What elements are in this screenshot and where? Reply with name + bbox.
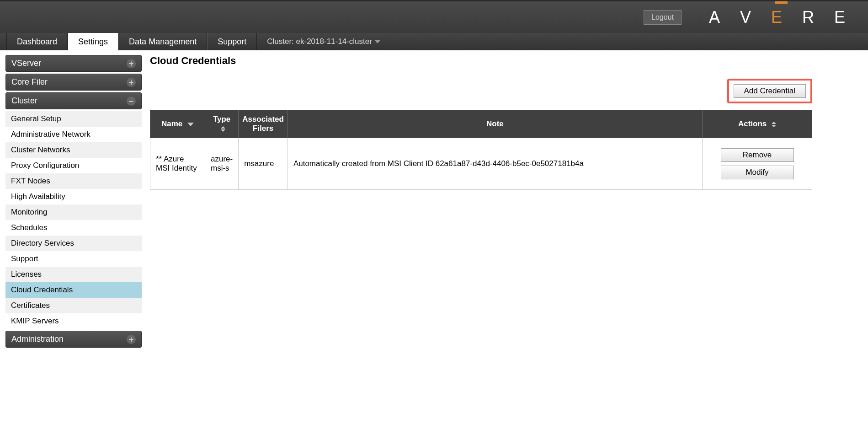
plus-icon: + bbox=[127, 335, 136, 344]
credentials-table: Name Type Associated Filers Note Actio bbox=[150, 110, 812, 190]
modify-button[interactable]: Modify bbox=[721, 166, 794, 179]
plus-icon: + bbox=[127, 59, 136, 68]
sidebar-section-cluster[interactable]: Cluster – bbox=[5, 92, 142, 109]
sidebar-section-vserver[interactable]: VServer + bbox=[5, 55, 142, 72]
plus-icon: + bbox=[127, 78, 136, 87]
cluster-dropdown[interactable]: Cluster: ek-2018-11-14-cluster bbox=[257, 33, 390, 50]
cell-associated-filers: msazure bbox=[239, 138, 288, 190]
table-row: ** Azure MSI Identity azure-msi-s msazur… bbox=[150, 138, 812, 190]
sidebar-item-schedules[interactable]: Schedules bbox=[5, 220, 142, 236]
sidebar-item-general-setup[interactable]: General Setup bbox=[5, 111, 142, 127]
sidebar-item-proxy-configuration[interactable]: Proxy Configuration bbox=[5, 158, 142, 173]
sidebar-item-certificates[interactable]: Certificates bbox=[5, 298, 142, 313]
sidebar-item-monitoring[interactable]: Monitoring bbox=[5, 204, 142, 220]
sidebar-item-cloud-credentials[interactable]: Cloud Credentials bbox=[5, 282, 142, 298]
sidebar-item-fxt-nodes[interactable]: FXT Nodes bbox=[5, 173, 142, 189]
remove-button[interactable]: Remove bbox=[721, 148, 794, 162]
col-header-associated-filers[interactable]: Associated Filers bbox=[239, 110, 288, 138]
logo-bars-icon bbox=[775, 0, 788, 4]
sidebar-section-label: Core Filer bbox=[11, 77, 48, 87]
col-header-label: Note bbox=[486, 119, 504, 128]
add-credential-button[interactable]: Add Credential bbox=[734, 84, 806, 98]
tab-settings[interactable]: Settings bbox=[68, 33, 118, 50]
sidebar-item-kmip-servers[interactable]: KMIP Servers bbox=[5, 313, 142, 329]
chevron-down-icon bbox=[375, 40, 380, 43]
cell-note: Automatically created from MSI Client ID… bbox=[288, 138, 702, 190]
col-header-type[interactable]: Type bbox=[205, 110, 239, 138]
logo: AV E RE bbox=[709, 8, 854, 27]
tab-dashboard[interactable]: Dashboard bbox=[6, 33, 68, 50]
logout-button[interactable]: Logout bbox=[644, 10, 682, 25]
cell-name: ** Azure MSI Identity bbox=[150, 138, 205, 190]
sidebar-list-cluster: General Setup Administrative Network Clu… bbox=[5, 111, 142, 329]
sidebar-section-label: VServer bbox=[11, 59, 41, 68]
minus-icon: – bbox=[127, 97, 136, 106]
sidebar-section-label: Administration bbox=[11, 334, 64, 344]
toolbar: Add Credential bbox=[150, 79, 812, 103]
sort-both-icon bbox=[772, 122, 776, 127]
tab-data-management[interactable]: Data Management bbox=[118, 33, 207, 50]
sort-desc-icon bbox=[187, 123, 194, 126]
col-header-name[interactable]: Name bbox=[150, 110, 205, 138]
page-title: Cloud Credentials bbox=[150, 55, 812, 67]
tab-support[interactable]: Support bbox=[207, 33, 257, 50]
sidebar-item-cluster-networks[interactable]: Cluster Networks bbox=[5, 142, 142, 158]
col-header-label: Type bbox=[213, 115, 230, 124]
sidebar-item-support[interactable]: Support bbox=[5, 251, 142, 267]
sort-both-icon bbox=[221, 126, 225, 132]
col-header-label: Actions bbox=[738, 119, 767, 128]
topbar: Logout AV E RE bbox=[0, 0, 868, 33]
col-header-note[interactable]: Note bbox=[288, 110, 702, 138]
col-header-actions[interactable]: Actions bbox=[703, 110, 812, 138]
cell-actions: Remove Modify bbox=[703, 138, 812, 190]
col-header-label: Associated Filers bbox=[242, 115, 284, 133]
cluster-label-text: Cluster: ek-2018-11-14-cluster bbox=[267, 37, 372, 46]
cell-type: azure-msi-s bbox=[205, 138, 239, 190]
sidebar-section-core-filer[interactable]: Core Filer + bbox=[5, 74, 142, 91]
sidebar-item-administrative-network[interactable]: Administrative Network bbox=[5, 127, 142, 142]
sidebar-section-administration[interactable]: Administration + bbox=[5, 331, 142, 348]
navbar: Dashboard Settings Data Management Suppo… bbox=[0, 33, 868, 50]
highlight-annotation: Add Credential bbox=[727, 79, 812, 103]
sidebar-item-licenses[interactable]: Licenses bbox=[5, 267, 142, 282]
sidebar-section-label: Cluster bbox=[11, 96, 37, 106]
content: Cloud Credentials Add Credential Name Ty… bbox=[150, 55, 863, 349]
sidebar: VServer + Core Filer + Cluster – General… bbox=[5, 55, 142, 349]
sidebar-item-high-availability[interactable]: High Availability bbox=[5, 189, 142, 204]
sidebar-item-directory-services[interactable]: Directory Services bbox=[5, 236, 142, 251]
col-header-label: Name bbox=[161, 119, 182, 128]
